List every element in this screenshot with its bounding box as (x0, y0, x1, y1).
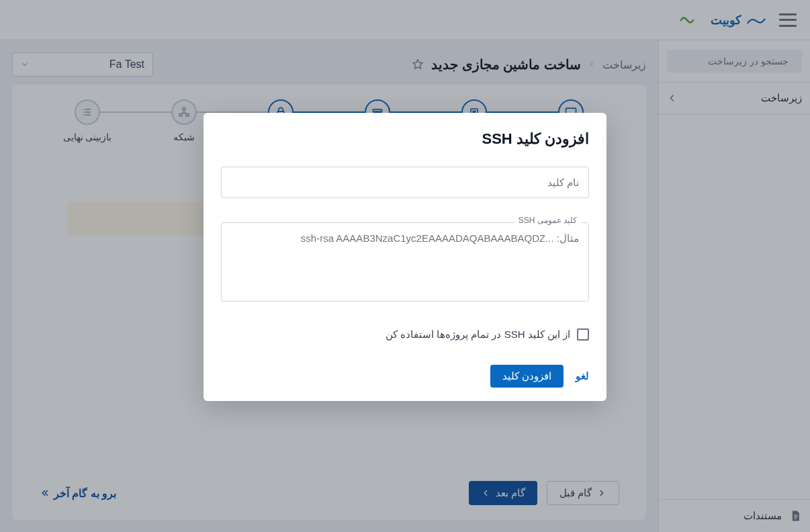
key-name-input[interactable] (221, 167, 589, 198)
add-key-button[interactable]: افزودن کلید (490, 365, 564, 388)
modal-overlay[interactable]: افزودن کلید SSH کلید عمومی SSH از این کل… (0, 0, 810, 532)
checkbox-label: از این کلید SSH در تمام پروژه‌ها استفاده… (386, 328, 570, 341)
public-key-label: کلید عمومی SSH (514, 216, 581, 225)
modal-title: افزودن کلید SSH (221, 130, 589, 148)
key-name-field (221, 167, 589, 198)
use-all-projects-row[interactable]: از این کلید SSH در تمام پروژه‌ها استفاده… (221, 328, 589, 341)
public-key-input[interactable] (221, 222, 589, 302)
add-ssh-key-modal: افزودن کلید SSH کلید عمومی SSH از این کل… (204, 113, 606, 401)
public-key-field: کلید عمومی SSH (221, 222, 589, 304)
checkbox-icon[interactable] (577, 328, 589, 341)
cancel-button[interactable]: لغو (576, 370, 589, 382)
modal-footer: افزودن کلید لغو (221, 365, 589, 388)
